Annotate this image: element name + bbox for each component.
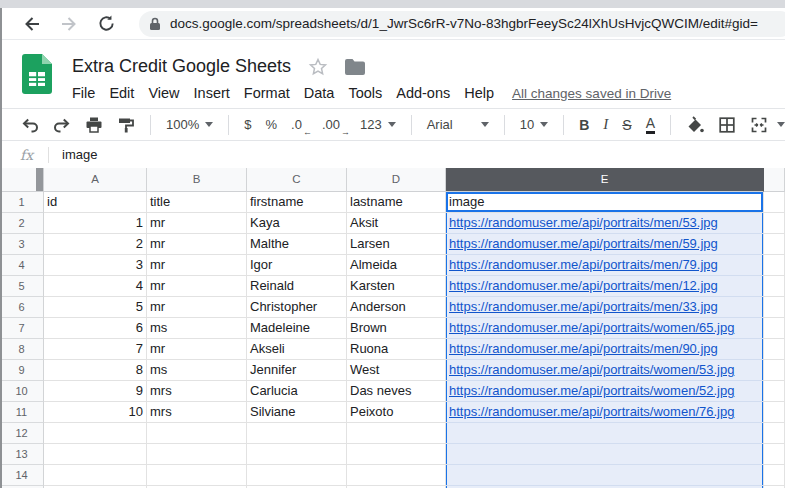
cell-A7[interactable]: 6 [44,318,147,339]
row-header-6[interactable]: 6 [0,297,44,318]
cell-partial-12[interactable] [764,423,785,444]
cell-partial-5[interactable] [764,276,785,297]
cell-A2[interactable]: 1 [44,213,147,234]
column-header-A[interactable]: A [44,168,147,192]
decrease-decimal-button[interactable]: .0← [291,117,308,132]
menu-data[interactable]: Data [297,85,342,101]
cell-partial-13[interactable] [764,444,785,465]
cell-C6[interactable]: Christopher [247,297,347,318]
cell-partial-8[interactable] [764,339,785,360]
cell-D12[interactable] [347,423,446,444]
menu-tools[interactable]: Tools [341,85,389,101]
cell-B14[interactable] [147,465,247,486]
cell-C4[interactable]: Igor [247,255,347,276]
cell-B7[interactable]: ms [147,318,247,339]
cell-A12[interactable] [44,423,147,444]
cell-B10[interactable]: mrs [147,381,247,402]
row-header-2[interactable]: 2 [0,213,44,234]
reload-icon[interactable] [96,14,116,34]
row-header-8[interactable]: 8 [0,339,44,360]
format-percent-button[interactable]: % [265,117,277,132]
cell-B4[interactable]: mr [147,255,247,276]
cell-B1[interactable]: title [147,192,247,213]
row-header-14[interactable]: 14 [0,465,44,486]
menu-file[interactable]: File [65,85,102,101]
row-header-13[interactable]: 13 [0,444,44,465]
zoom-select[interactable]: 100% [166,117,213,132]
cell-D2[interactable]: Aksit [347,213,446,234]
cell-E7[interactable]: https://randomuser.me/api/portraits/wome… [446,318,764,339]
cell-C2[interactable]: Kaya [247,213,347,234]
cell-C14[interactable] [247,465,347,486]
cell-B6[interactable]: mr [147,297,247,318]
font-select[interactable]: Arial [427,117,489,132]
undo-icon[interactable] [21,116,39,134]
cell-D5[interactable]: Karsten [347,276,446,297]
cell-D3[interactable]: Larsen [347,234,446,255]
cell-partial-7[interactable] [764,318,785,339]
cell-A4[interactable]: 3 [44,255,147,276]
cell-E3[interactable]: https://randomuser.me/api/portraits/men/… [446,234,764,255]
menu-addons[interactable]: Add-ons [389,85,457,101]
cell-E12[interactable] [446,423,764,444]
row-header-11[interactable]: 11 [0,402,44,423]
cell-E11[interactable]: https://randomuser.me/api/portraits/wome… [446,402,764,423]
cell-partial-11[interactable] [764,402,785,423]
cell-B9[interactable]: ms [147,360,247,381]
menu-insert[interactable]: Insert [187,85,237,101]
strikethrough-button[interactable]: S [622,117,631,133]
cell-partial-2[interactable] [764,213,785,234]
cell-A1[interactable]: id [44,192,147,213]
cell-partial-9[interactable] [764,360,785,381]
cell-C8[interactable]: Akseli [247,339,347,360]
row-header-9[interactable]: 9 [0,360,44,381]
menu-view[interactable]: View [141,85,186,101]
cell-A5[interactable]: 4 [44,276,147,297]
row-header-3[interactable]: 3 [0,234,44,255]
column-header-D[interactable]: D [347,168,446,192]
row-header-12[interactable]: 12 [0,423,44,444]
cell-D13[interactable] [347,444,446,465]
cell-C7[interactable]: Madeleine [247,318,347,339]
cell-A14[interactable] [44,465,147,486]
chevron-down-icon[interactable] [777,122,785,127]
cell-D6[interactable]: Anderson [347,297,446,318]
cell-E13[interactable] [446,444,764,465]
column-header-E[interactable]: E [446,168,764,192]
cell-B8[interactable]: mr [147,339,247,360]
sheets-logo-icon[interactable] [22,54,52,94]
cell-C3[interactable]: Malthe [247,234,347,255]
text-color-button[interactable]: A [646,116,655,134]
forward-icon[interactable] [59,14,79,34]
cell-A9[interactable]: 8 [44,360,147,381]
menu-format[interactable]: Format [237,85,297,101]
cell-C9[interactable]: Jennifer [247,360,347,381]
paint-format-icon[interactable] [117,116,135,134]
cell-C12[interactable] [247,423,347,444]
cell-E5[interactable]: https://randomuser.me/api/portraits/men/… [446,276,764,297]
more-formats-button[interactable]: 123 [360,117,396,132]
back-icon[interactable] [22,14,42,34]
cell-D1[interactable]: lastname [347,192,446,213]
url-bar[interactable]: docs.google.com/spreadsheets/d/1_JwrSc6r… [139,11,785,37]
cell-partial-4[interactable] [764,255,785,276]
borders-icon[interactable] [718,116,736,134]
cell-A10[interactable]: 9 [44,381,147,402]
increase-decimal-button[interactable]: .00→ [322,117,346,132]
lock-icon[interactable] [149,17,161,31]
bold-button[interactable]: B [579,117,589,133]
column-header-partial[interactable] [764,168,785,192]
cell-D14[interactable] [347,465,446,486]
row-header-1[interactable]: 1 [0,192,44,213]
cell-partial-10[interactable] [764,381,785,402]
cell-D11[interactable]: Peixoto [347,402,446,423]
cell-E2[interactable]: https://randomuser.me/api/portraits/men/… [446,213,764,234]
row-header-4[interactable]: 4 [0,255,44,276]
cell-E1[interactable]: image [446,192,764,213]
cell-B13[interactable] [147,444,247,465]
folder-icon[interactable] [345,59,365,75]
cell-partial-6[interactable] [764,297,785,318]
print-icon[interactable] [85,116,103,134]
format-currency-button[interactable]: $ [244,117,251,132]
menu-edit[interactable]: Edit [102,85,141,101]
